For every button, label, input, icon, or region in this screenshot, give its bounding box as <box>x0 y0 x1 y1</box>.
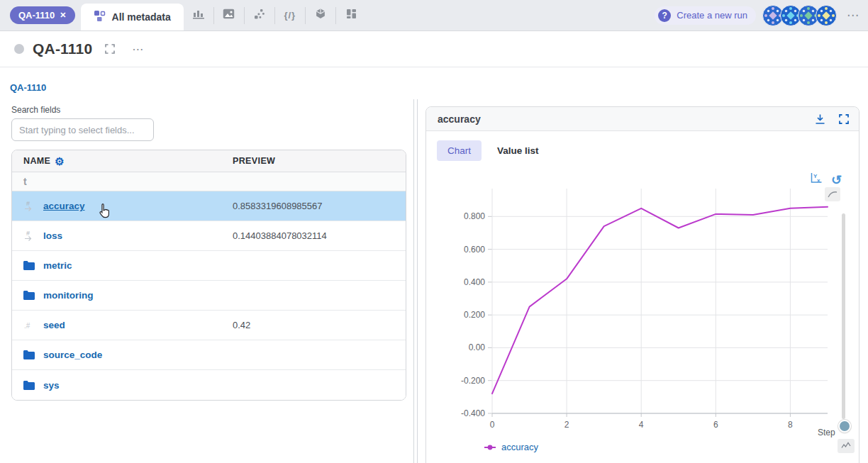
svg-text:0: 0 <box>490 420 495 430</box>
field-row-monitoring[interactable]: monitoring <box>12 281 406 311</box>
folder-icon <box>23 381 38 390</box>
folder-icon <box>23 261 38 270</box>
expand-icon[interactable] <box>839 114 849 124</box>
svg-text:4: 4 <box>639 420 644 430</box>
dashboard-layout-icon <box>346 9 357 22</box>
svg-text:0.200: 0.200 <box>464 310 485 320</box>
svg-text:-0.400: -0.400 <box>461 408 485 418</box>
panel-splitter[interactable] <box>413 99 418 463</box>
field-link[interactable]: seed <box>43 320 65 330</box>
accuracy-chart-svg: 0.8000.6000.4000.2000.00-0.200-0.4000246… <box>426 171 860 437</box>
field-preview: 0.42 <box>233 320 406 330</box>
field-link[interactable]: monitoring <box>43 290 94 301</box>
help-icon[interactable]: ? <box>658 9 671 22</box>
legend-marker-icon <box>484 440 496 453</box>
svg-text:0.600: 0.600 <box>464 245 485 255</box>
cube-icon <box>315 8 326 23</box>
field-link[interactable]: sys <box>43 380 60 391</box>
neptune-run-page: QA-1110 ✕ All metadata {/} <box>0 0 868 463</box>
fields-table: NAME ⚙ PREVIEW t #accuracy0.858331960898… <box>11 150 406 401</box>
field-row-accuracy[interactable]: #accuracy0.8583319608985567 <box>12 191 406 221</box>
field-row-sys[interactable]: sys <box>12 370 406 400</box>
field-link[interactable]: accuracy <box>43 201 85 211</box>
chart-slider-knob[interactable] <box>838 420 851 433</box>
image-icon <box>223 9 235 22</box>
field-link[interactable]: loss <box>43 230 62 241</box>
tab-all-metadata-label: All metadata <box>112 11 171 23</box>
widget-view-tabs: Chart Value list <box>426 131 859 161</box>
scatter-dots-icon <box>253 9 265 22</box>
code-icon: {/} <box>284 10 296 21</box>
svg-text:#: # <box>26 200 30 207</box>
field-link[interactable]: source_code <box>43 350 102 360</box>
svg-text:.#: .# <box>24 322 30 330</box>
accuracy-chart[interactable]: 0.8000.6000.4000.2000.00-0.200-0.4000246… <box>426 171 860 437</box>
column-name-label: NAME <box>23 156 50 166</box>
create-new-run-label: Create a new run <box>677 10 747 21</box>
tab-source-code[interactable]: {/} <box>275 7 306 24</box>
tab-parallel-coordinates[interactable] <box>245 7 275 24</box>
avatar-group[interactable] <box>766 5 837 26</box>
download-icon[interactable] <box>814 113 826 125</box>
page-title: QA-1110 <box>33 40 92 57</box>
search-fields-label: Search fields <box>11 105 60 115</box>
fields-table-header: NAME ⚙ PREVIEW <box>12 150 406 172</box>
gear-icon[interactable]: ⚙ <box>55 156 65 167</box>
folder-icon <box>23 350 38 359</box>
accuracy-widget-card: accuracy Chart Value list Yx ↺ 0 <box>425 106 859 463</box>
tab-dashboards[interactable] <box>336 7 367 24</box>
x-axis-title: Step <box>818 428 835 437</box>
run-title-row: QA-1110 ⋯ <box>0 31 868 67</box>
topbar-right: ? Create a new run ⋯ <box>655 5 868 26</box>
field-row-loss[interactable]: #loss0.14403884078032114 <box>12 221 406 251</box>
create-new-run-button[interactable]: ? Create a new run <box>655 6 756 25</box>
svg-text:8: 8 <box>788 420 793 430</box>
bar-chart-icon <box>192 9 205 22</box>
run-status-dot-icon <box>14 44 24 54</box>
navigate-up-row[interactable]: t <box>12 172 406 191</box>
overflow-menu-icon[interactable]: ⋯ <box>847 8 859 23</box>
metadata-tree-icon <box>94 10 106 25</box>
field-row-metric[interactable]: metric <box>12 251 406 281</box>
search-fields-input[interactable] <box>11 118 154 141</box>
svg-text:0.400: 0.400 <box>464 277 485 287</box>
float-series-icon: # <box>23 230 38 242</box>
avatar[interactable] <box>816 5 837 26</box>
tab-artifacts[interactable] <box>306 7 336 24</box>
view-tool-tabs: {/} <box>184 0 367 30</box>
widget-title: accuracy <box>438 113 481 125</box>
folder-icon <box>23 291 38 300</box>
fullscreen-icon[interactable] <box>105 44 115 54</box>
field-row-source_code[interactable]: source_code <box>12 340 406 370</box>
tab-images[interactable] <box>214 7 245 24</box>
float-series-icon: # <box>23 200 38 212</box>
tab-all-metadata[interactable]: All metadata <box>81 4 184 30</box>
svg-text:6: 6 <box>713 420 718 430</box>
widget-header: accuracy <box>426 107 859 131</box>
field-row-seed[interactable]: .#seed0.42 <box>12 311 406 340</box>
zigzag-line-icon <box>841 440 851 452</box>
legend-item-accuracy[interactable]: accuracy <box>484 440 538 453</box>
column-preview-label: PREVIEW <box>233 156 275 166</box>
chart-scrollbar-track[interactable] <box>842 213 845 419</box>
svg-text:#: # <box>26 230 30 237</box>
breadcrumb[interactable]: QA-1110 <box>10 82 46 93</box>
tab-charts[interactable] <box>184 7 214 24</box>
svg-text:0.00: 0.00 <box>469 342 486 352</box>
field-link[interactable]: metric <box>43 260 72 271</box>
tab-chart[interactable]: Chart <box>437 140 482 161</box>
run-pill-label: QA-1110 <box>18 10 55 21</box>
series-style-button[interactable] <box>838 439 855 453</box>
legend-label: accuracy <box>501 442 538 452</box>
svg-text:-0.200: -0.200 <box>461 376 485 386</box>
top-tab-bar: QA-1110 ✕ All metadata {/} <box>0 0 868 31</box>
title-more-icon[interactable]: ⋯ <box>132 43 143 56</box>
tab-value-list[interactable]: Value list <box>491 140 545 161</box>
field-preview: 0.14403884078032114 <box>233 230 406 241</box>
level-up-icon: t <box>23 176 38 187</box>
close-icon[interactable]: ✕ <box>60 11 66 20</box>
svg-text:2: 2 <box>564 420 569 430</box>
field-preview: 0.8583319608985567 <box>233 201 406 211</box>
run-pill[interactable]: QA-1110 ✕ <box>10 6 75 24</box>
svg-text:0.800: 0.800 <box>464 211 485 221</box>
